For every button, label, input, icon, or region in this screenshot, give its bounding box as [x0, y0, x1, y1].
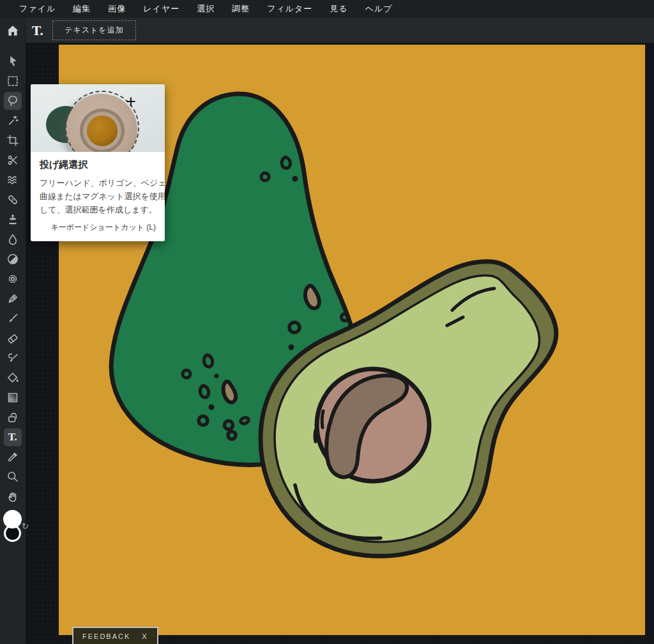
hand-icon [6, 490, 19, 503]
tool-clone-stamp[interactable] [4, 211, 22, 228]
shape-lock-icon [6, 411, 19, 424]
tooltip-description: フリーハンド、ポリゴン、ベジェ 曲線またはマグネット選択を使用 して、選択範囲を… [40, 176, 156, 216]
eyedropper-icon [6, 451, 19, 463]
feedback-tab[interactable]: FEEDBACK X [72, 627, 158, 644]
tooltip-desc-line: 曲線またはマグネット選択を使用 [40, 190, 156, 203]
tooltip-title: 投げ縄選択 [40, 159, 156, 171]
tool-sharpen[interactable] [4, 270, 22, 288]
menu-select[interactable]: 選択 [197, 3, 215, 15]
app-window: ファイル 編集 画像 レイヤー 選択 調整 フィルター 見る ヘルプ T. テキ… [0, 0, 654, 644]
tool-fill[interactable] [4, 369, 22, 387]
menu-filter[interactable]: フィルター [267, 3, 312, 15]
tool-liquify[interactable] [4, 171, 22, 189]
tool-arrange[interactable] [4, 52, 22, 70]
add-text-button[interactable]: テキストを追加 [52, 20, 135, 40]
menu-image[interactable]: 画像 [108, 3, 126, 15]
marquee-select-icon [6, 75, 19, 87]
clone-stamp-icon [6, 213, 19, 226]
menu-file[interactable]: ファイル [19, 3, 56, 15]
tool-brush[interactable] [4, 310, 22, 327]
wand-select-icon [6, 114, 19, 127]
tool-heal[interactable] [4, 191, 22, 209]
tooltip-preview-image: + [31, 84, 165, 152]
tool-sidebar: T. ↻ [0, 43, 26, 644]
menu-adjust[interactable]: 調整 [232, 3, 250, 15]
zoom-icon [6, 470, 19, 483]
feedback-label: FEEDBACK [82, 633, 130, 640]
tool-hand[interactable] [4, 488, 22, 505]
fill-bucket-icon [6, 371, 19, 384]
sharpen-gear-icon [6, 273, 19, 285]
menu-view[interactable]: 見る [330, 3, 347, 15]
swap-colors-icon[interactable]: ↻ [22, 521, 29, 531]
liquify-waves-icon [6, 174, 19, 186]
text-tool-indicator: T. [32, 24, 43, 38]
gradient-icon [6, 391, 19, 404]
tooltip-desc-line: フリーハンド、ポリゴン、ベジェ [40, 176, 156, 190]
tool-zoom[interactable] [4, 468, 22, 486]
brush-icon [6, 312, 19, 325]
lasso-cursor-icon: + [126, 92, 136, 112]
home-button[interactable] [0, 18, 26, 43]
tool-blur[interactable] [4, 230, 22, 248]
foreground-color-swatch[interactable] [3, 510, 22, 528]
tool-pen[interactable] [4, 290, 22, 308]
menubar: ファイル 編集 画像 レイヤー 選択 調整 フィルター 見る ヘルプ [0, 0, 654, 18]
tool-text[interactable]: T. [4, 428, 22, 446]
feedback-close-icon[interactable]: X [142, 633, 148, 640]
color-swatches[interactable]: ↻ [0, 510, 26, 550]
tool-shape[interactable] [4, 408, 22, 426]
tooltip-desc-line: して、選択範囲を作成します。 [40, 203, 156, 216]
tool-eyedropper[interactable] [4, 448, 22, 466]
menu-layer[interactable]: レイヤー [143, 3, 179, 15]
tool-marquee-select[interactable] [4, 72, 22, 90]
toning-contrast-icon [6, 253, 19, 266]
text-tool-icon: T. [8, 431, 17, 443]
tool-options-bar: T. テキストを追加 [0, 18, 654, 43]
menu-help[interactable]: ヘルプ [365, 3, 393, 15]
tool-lasso-select[interactable] [4, 92, 22, 110]
tool-gradient[interactable] [4, 389, 22, 407]
lasso-select-icon [6, 94, 19, 107]
menu-edit[interactable]: 編集 [73, 3, 91, 15]
lasso-tooltip: + 投げ縄選択 フリーハンド、ポリゴン、ベジェ 曲線またはマグネット選択を使用 … [31, 84, 165, 241]
tool-eraser[interactable] [4, 329, 22, 347]
tool-toning[interactable] [4, 250, 22, 268]
tool-wand-select[interactable] [4, 112, 22, 130]
crop-icon [6, 134, 19, 147]
arrange-arrow-icon [6, 55, 19, 68]
tooltip-shortcut: キーボードショートカット (L) [40, 222, 156, 233]
tool-cutout[interactable] [4, 151, 22, 169]
heal-bandage-icon [6, 193, 19, 206]
tool-smudge[interactable] [4, 349, 22, 367]
cutout-scissors-icon [6, 154, 19, 167]
eraser-icon [6, 332, 19, 345]
tool-crop[interactable] [4, 131, 22, 149]
home-icon [6, 24, 20, 38]
smudge-brush-icon [6, 352, 19, 364]
blur-droplet-icon [6, 233, 19, 246]
pen-icon [6, 292, 19, 305]
